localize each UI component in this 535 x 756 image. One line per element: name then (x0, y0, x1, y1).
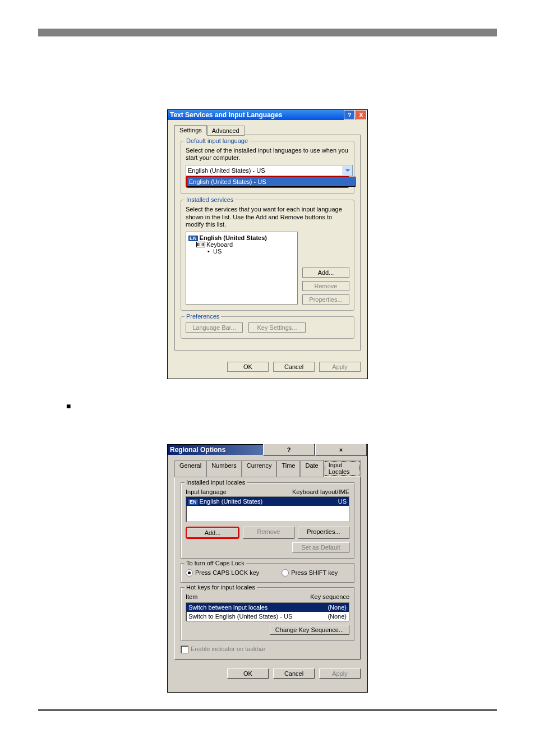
col-item: Item (186, 593, 197, 600)
tab-currency[interactable]: Currency (242, 460, 277, 477)
ok-button[interactable]: OK (227, 362, 269, 372)
col-key-sequence: Key sequence (310, 593, 349, 600)
group-legend: Installed services (185, 196, 235, 203)
key-settings-button[interactable]: Key Settings... (248, 322, 306, 333)
tab-advanced[interactable]: Advanced (207, 126, 245, 136)
highlight-annotation: Add... (186, 527, 239, 539)
remove-button[interactable]: Remove (243, 527, 294, 539)
change-key-sequence-button[interactable]: Change Key Sequence... (270, 625, 349, 635)
radio-icon (282, 569, 289, 577)
tab-input-locales[interactable]: Input Locales (324, 460, 361, 477)
cancel-button[interactable]: Cancel (273, 362, 315, 372)
hotkeys-list[interactable]: Switch between input locales (None) Swit… (186, 602, 349, 621)
bullet-separator: ■ (66, 402, 497, 411)
hotkey-sequence: (None) (328, 613, 347, 620)
language-name: English (United States) (200, 498, 263, 505)
group-legend: Hot keys for input locales (185, 584, 257, 591)
radio-caps-lock[interactable]: Press CAPS LOCK key (186, 569, 259, 577)
installed-desc: Select the services that you want for ea… (186, 206, 349, 228)
enable-indicator-checkbox[interactable]: Enable indicator on taskbar (181, 646, 354, 653)
dialog-title: Text Services and Input Languages (168, 111, 344, 119)
cancel-button[interactable]: Cancel (273, 669, 315, 679)
help-button[interactable]: ? (344, 110, 355, 120)
help-button[interactable]: ? (263, 444, 315, 456)
group-legend: Preferences (185, 313, 221, 320)
caps-lock-group: To turn off Caps Lock Press CAPS LOCK ke… (181, 563, 354, 583)
keyboard-label: Keyboard (206, 241, 233, 248)
apply-button[interactable]: Apply (319, 669, 361, 679)
language-badge: EN (188, 499, 198, 505)
tab-time[interactable]: Time (276, 460, 300, 477)
page-top-separator (38, 29, 497, 36)
group-legend: Installed input locales (185, 479, 247, 486)
hotkeys-group: Hot keys for input locales Item Key sequ… (181, 587, 354, 641)
hotkey-sequence: (None) (328, 604, 347, 611)
language-bar-button[interactable]: Language Bar... (186, 322, 243, 333)
dialog-title: Regional Options (168, 446, 263, 454)
add-button[interactable]: Add... (302, 268, 349, 278)
default-language-combo[interactable]: English (United States) - US (186, 165, 353, 176)
installed-input-locales-group: Installed input locales Input language K… (181, 482, 354, 559)
tab-general[interactable]: General (174, 460, 206, 477)
group-legend: Default input language (185, 137, 250, 144)
installed-services-group: Installed services Select the services t… (181, 200, 354, 311)
keyboard-icon (196, 242, 205, 247)
tab-strip: Settings Advanced (174, 125, 361, 135)
close-button[interactable]: X (356, 110, 367, 120)
dropdown-option[interactable]: English (United States) - US (187, 177, 356, 187)
set-default-button[interactable]: Set as Default (292, 542, 349, 552)
tab-panel: Installed input locales Input language K… (174, 476, 361, 660)
page-bottom-separator (38, 709, 497, 711)
ok-button[interactable]: OK (227, 669, 269, 679)
radio-shift[interactable]: Press SHIFT key (282, 569, 338, 577)
dialog-footer: OK Cancel Apply (168, 357, 367, 379)
list-item[interactable]: EN English (United States) US (186, 497, 349, 506)
add-button[interactable]: Add... (187, 528, 238, 538)
tab-panel: Default input language Select one of the… (174, 135, 361, 351)
layout-name: US (213, 248, 222, 255)
list-item[interactable]: Switch between input locales (None) (186, 603, 349, 612)
keyboard-layout-value: US (338, 498, 347, 505)
tab-numbers[interactable]: Numbers (206, 460, 242, 477)
services-list[interactable]: EN English (United States) Keyboard • US (186, 232, 298, 305)
highlight-annotation: English (United States) - US (186, 176, 349, 188)
language-badge: EN (188, 236, 198, 241)
group-legend: To turn off Caps Lock (185, 560, 246, 566)
hotkey-item: Switch between input locales (188, 604, 268, 611)
tab-date[interactable]: Date (300, 460, 323, 477)
regional-options-dialog: Regional Options ? × General Numbers Cur… (167, 444, 368, 693)
properties-button[interactable]: Properties... (302, 294, 349, 305)
dialog-footer: OK Cancel Apply (174, 664, 361, 685)
remove-button[interactable]: Remove (302, 281, 349, 291)
preferences-group: Preferences Language Bar... Key Settings… (181, 316, 354, 339)
close-button[interactable]: × (315, 444, 367, 456)
titlebar[interactable]: Text Services and Input Languages ? X (168, 110, 367, 120)
tab-strip: General Numbers Currency Time Date Input… (174, 459, 361, 476)
list-item[interactable]: Switch to English (United States) - US (… (186, 612, 349, 621)
col-input-language: Input language (186, 488, 227, 495)
col-keyboard-layout: Keyboard layout/IME (292, 488, 349, 495)
default-lang-desc: Select one of the installed input langua… (186, 147, 349, 162)
radio-icon (186, 569, 193, 577)
text-services-dialog: Text Services and Input Languages ? X Se… (167, 109, 368, 379)
checkbox-icon (181, 646, 188, 653)
properties-button[interactable]: Properties... (298, 527, 349, 539)
combo-value: English (United States) - US (186, 167, 343, 174)
tab-settings[interactable]: Settings (174, 125, 207, 135)
titlebar[interactable]: Regional Options ? × (168, 445, 367, 455)
hotkey-item: Switch to English (United States) - US (188, 613, 292, 620)
default-input-language-group: Default input language Select one of the… (181, 141, 354, 194)
language-name: English (United States) (200, 234, 267, 241)
apply-button[interactable]: Apply (319, 362, 361, 372)
chevron-down-icon[interactable] (343, 166, 352, 175)
input-locales-list[interactable]: EN English (United States) US (186, 496, 349, 522)
